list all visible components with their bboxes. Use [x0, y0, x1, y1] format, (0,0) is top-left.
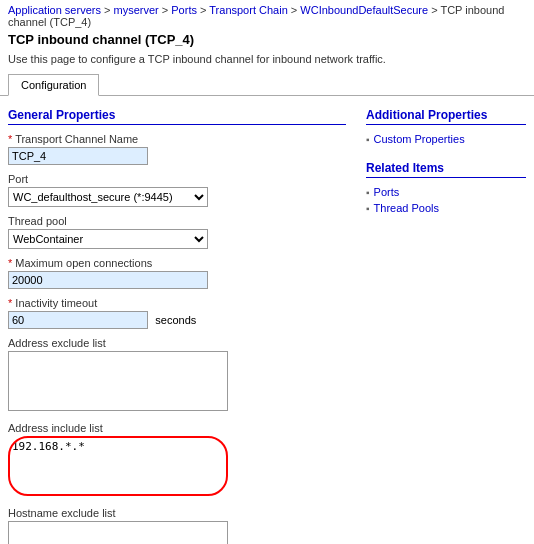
breadcrumb: Application servers > myserver > Ports >…	[0, 0, 534, 30]
ports-link[interactable]: Ports	[374, 186, 400, 198]
label-hostname-exclude-list: Hostname exclude list	[8, 507, 346, 519]
label-address-exclude-list: Address exclude list	[8, 337, 346, 349]
breadcrumb-wcinbound[interactable]: WCInboundDefaultSecure	[300, 4, 428, 16]
label-address-include-list: Address include list	[8, 422, 346, 434]
field-transport-channel-name: Transport Channel Name	[8, 133, 346, 165]
label-transport-channel-name: Transport Channel Name	[8, 133, 346, 145]
field-max-open-connections: Maximum open connections	[8, 257, 346, 289]
input-max-open-connections[interactable]	[8, 271, 208, 289]
field-inactivity-timeout: Inactivity timeout seconds	[8, 297, 346, 329]
page-description: Use this page to configure a TCP inbound…	[0, 51, 534, 73]
link-thread-pools: Thread Pools	[366, 202, 526, 214]
label-thread-pool: Thread pool	[8, 215, 346, 227]
field-address-include-list: Address include list 192.168.*.*	[8, 422, 346, 499]
thread-pools-link[interactable]: Thread Pools	[374, 202, 439, 214]
input-inactivity-timeout[interactable]	[8, 311, 148, 329]
textarea-address-exclude-list[interactable]	[8, 351, 228, 411]
textarea-address-include-list[interactable]: 192.168.*.*	[8, 436, 228, 496]
inactivity-timeout-unit: seconds	[155, 314, 196, 326]
textarea-hostname-exclude-list[interactable]	[8, 521, 228, 544]
related-items-heading: Related Items	[366, 161, 526, 178]
breadcrumb-ports[interactable]: Ports	[171, 4, 197, 16]
field-thread-pool: Thread pool WebContainer	[8, 215, 346, 249]
additional-properties-section: Additional Properties Custom Properties	[366, 108, 526, 145]
custom-properties-link[interactable]: Custom Properties	[374, 133, 465, 145]
breadcrumb-app-servers[interactable]: Application servers	[8, 4, 101, 16]
link-custom-properties: Custom Properties	[366, 133, 526, 145]
breadcrumb-transport-chain[interactable]: Transport Chain	[209, 4, 287, 16]
select-port[interactable]: WC_defaulthost_secure (*:9445)	[8, 187, 208, 207]
label-max-open-connections: Maximum open connections	[8, 257, 346, 269]
field-hostname-exclude-list: Hostname exclude list	[8, 507, 346, 544]
label-port: Port	[8, 173, 346, 185]
select-thread-pool[interactable]: WebContainer	[8, 229, 208, 249]
general-properties-section: General Properties Transport Channel Nam…	[8, 108, 346, 544]
tab-bar: Configuration	[0, 73, 534, 96]
field-port: Port WC_defaulthost_secure (*:9445)	[8, 173, 346, 207]
input-transport-channel-name[interactable]	[8, 147, 148, 165]
content-area: General Properties Transport Channel Nam…	[0, 96, 534, 544]
related-items-section: Related Items Ports Thread Pools	[366, 161, 526, 214]
additional-properties-heading: Additional Properties	[366, 108, 526, 125]
breadcrumb-myserver[interactable]: myserver	[113, 4, 158, 16]
page-title: TCP inbound channel (TCP_4)	[0, 30, 534, 51]
tab-configuration[interactable]: Configuration	[8, 74, 99, 96]
general-properties-heading: General Properties	[8, 108, 346, 125]
label-inactivity-timeout: Inactivity timeout	[8, 297, 346, 309]
link-ports: Ports	[366, 186, 526, 198]
right-column: Additional Properties Custom Properties …	[366, 108, 526, 544]
field-address-exclude-list: Address exclude list	[8, 337, 346, 414]
